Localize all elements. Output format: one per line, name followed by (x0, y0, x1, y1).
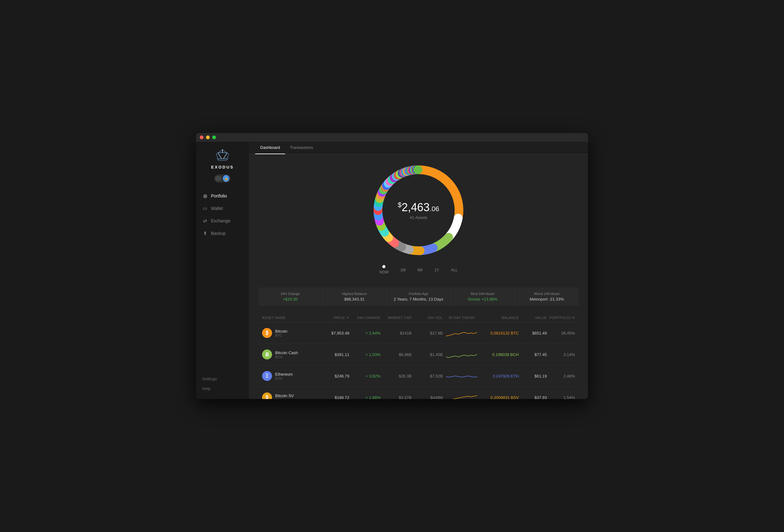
tab-transactions[interactable]: Transactions (285, 142, 318, 154)
backup-icon: ⬆ (202, 231, 208, 236)
trend-bch (443, 348, 480, 361)
chart-section: $2,463.06 41 Assets NOW 1M 6M 1Y (258, 160, 579, 281)
sidebar-item-portfolio[interactable]: ◎ Portfolio (196, 190, 249, 202)
stat-value-3: Gnosis +13.88% (455, 297, 509, 301)
portfolio-bch: 3.14% (547, 352, 575, 357)
nav-items: ◎ Portfolio ▭ Wallet ⇄ Exchange ⬆ Backup (196, 190, 249, 375)
asset-name-btc: Bitcoin (275, 329, 287, 333)
sort-arrow: ▼ (346, 316, 349, 319)
time-btn-1y[interactable]: 1Y (433, 267, 440, 273)
time-controls: NOW 1M 6M 1Y ALL (378, 265, 459, 275)
table-rows: ₿ Bitcoin BTC $7,953.48 + 2.64% $141B $1… (258, 322, 579, 399)
asset-logo-bch: Ƀ (262, 350, 272, 359)
title-bar (196, 133, 588, 142)
lock-icon: 🔒 (223, 175, 229, 182)
stat-value-0: +$19.30 (263, 297, 317, 301)
asset-info-eth: Ξ Ethereum ETH (262, 371, 318, 381)
mcap-bsv: $3.37B (381, 395, 412, 399)
minimize-button[interactable] (206, 136, 210, 139)
header-name: ASSET NAME (262, 316, 318, 320)
mcap-bch: $6.96B (381, 352, 412, 357)
asset-table: ASSET NAME PRICE ▼ 24H CHANGE MARKET CAP… (258, 313, 579, 399)
sidebar-item-backup[interactable]: ⬆ Backup (196, 227, 249, 239)
vol-bch: $1.45B (412, 352, 443, 357)
donut-chart: $2,463.06 41 Assets (369, 160, 468, 260)
balance-display: $2,463.06 41 Assets (398, 201, 439, 220)
time-btn-1m[interactable]: 1M (399, 267, 407, 273)
assets-count: 41 Assets (398, 215, 439, 220)
time-label-now: NOW (378, 269, 390, 275)
exodus-logo-icon (215, 148, 230, 164)
table-row[interactable]: ₿ Bitcoin BTC $7,953.48 + 2.64% $141B $1… (258, 322, 579, 344)
stat-highest-balance: Highest Balance $88,343.31 (323, 288, 386, 306)
close-button[interactable] (200, 136, 203, 139)
tab-bar: Dashboard Transactions (249, 142, 588, 154)
asset-info-bsv: ₿ Bitcoin SV BSV (262, 392, 318, 399)
main-content: Dashboard Transactions $2,463.06 (249, 142, 588, 399)
tab-dashboard[interactable]: Dashboard (255, 142, 285, 154)
trend-bsv (443, 391, 480, 399)
change-bch: + 1.03% (349, 352, 381, 357)
sidebar-item-wallet-label: Wallet (211, 206, 223, 211)
header-balance: BALANCE (480, 316, 519, 320)
portfolio-eth: 2.48% (547, 374, 575, 379)
exchange-icon: ⇄ (202, 218, 208, 224)
time-dot-now (382, 265, 386, 268)
asset-ticker-bsv: BSV (275, 398, 294, 399)
stat-label-4: Worst 24H Asset (520, 292, 574, 296)
stat-value-1: $88,343.31 (328, 297, 382, 301)
balance-eth: 0.247926 ETH (480, 374, 519, 379)
maximize-button[interactable] (212, 136, 216, 139)
vol-bsv: $449M (412, 395, 443, 399)
svg-line-3 (218, 153, 222, 159)
svg-line-4 (223, 153, 227, 159)
help-link[interactable]: Help (202, 384, 243, 393)
sparkline-eth (446, 370, 477, 382)
vol-eth: $7.52B (412, 374, 443, 379)
header-vol: 24H VOL (412, 316, 443, 320)
value-bsv: $37.93 (519, 395, 547, 399)
time-btn-6m[interactable]: 6M (416, 267, 424, 273)
total-balance: $2,463.06 (398, 201, 439, 214)
change-eth: + 3.82% (349, 374, 381, 379)
table-row[interactable]: Ƀ Bitcoin Cash BCH $391.11 + 1.03% $6.96… (258, 344, 579, 365)
lock-toggle[interactable]: 🔒 (214, 174, 231, 182)
asset-info-btc: ₿ Bitcoin BTC (262, 328, 318, 338)
asset-logo-bsv: ₿ (262, 392, 272, 399)
value-btc: $651.49 (519, 331, 547, 335)
sparkline-btc (446, 327, 477, 339)
time-btn-all[interactable]: ALL (450, 267, 459, 273)
balance-bsv: 0.2009831 BSV (480, 395, 519, 399)
header-mcap: MARKET CAP (381, 316, 412, 320)
price-bch: $391.11 (318, 352, 349, 357)
time-btn-now[interactable]: NOW (378, 265, 390, 275)
app-body: EXODUS 🔒 ◎ Portfolio ▭ Wallet ⇄ Exchange (196, 142, 588, 399)
value-bch: $77.45 (519, 352, 547, 357)
portfolio-btc: 26.45% (547, 331, 575, 335)
table-row[interactable]: Ξ Ethereum ETH $246.79 + 3.82% $26.3B $7… (258, 365, 579, 387)
stat-label-2: Portfolio Age (392, 292, 446, 296)
app-window: EXODUS 🔒 ◎ Portfolio ▭ Wallet ⇄ Exchange (196, 133, 588, 399)
sparkline-bch (446, 348, 477, 361)
header-price[interactable]: PRICE ▼ (318, 316, 349, 320)
price-bsv: $188.72 (318, 395, 349, 399)
sidebar-item-exchange[interactable]: ⇄ Exchange (196, 215, 249, 227)
settings-link[interactable]: Settings (202, 375, 243, 383)
table-header: ASSET NAME PRICE ▼ 24H CHANGE MARKET CAP… (258, 313, 579, 322)
asset-name-text: Ethereum ETH (275, 372, 292, 380)
mcap-btc: $141B (381, 331, 412, 335)
sidebar-item-wallet[interactable]: ▭ Wallet (196, 203, 249, 214)
stat-label-0: 24H Change (263, 292, 317, 296)
sparkline-bsv (446, 391, 477, 399)
asset-logo-btc: ₿ (262, 328, 272, 338)
price-eth: $246.79 (318, 374, 349, 379)
stats-row: 24H Change +$19.30 Highest Balance $88,3… (258, 288, 579, 306)
change-btc: + 2.64% (349, 331, 381, 335)
balance-bch: 0.198038 BCH (480, 352, 519, 357)
stat-best-asset: Best 24H Asset Gnosis +13.88% (451, 288, 514, 306)
table-row[interactable]: ₿ Bitcoin SV BSV $188.72 + 1.66% $3.37B … (258, 387, 579, 399)
balance-main: 2,463 (402, 201, 430, 214)
value-eth: $61.19 (519, 374, 547, 379)
asset-name-text: Bitcoin SV BSV (275, 393, 294, 399)
header-value: VALUE (519, 316, 547, 320)
